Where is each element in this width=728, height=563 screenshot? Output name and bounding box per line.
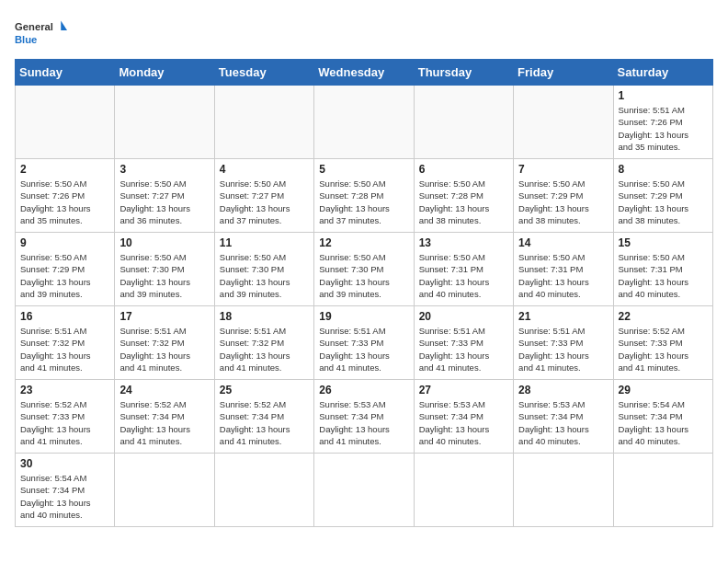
- day-info: Sunrise: 5:50 AM Sunset: 7:30 PM Dayligh…: [220, 251, 309, 300]
- calendar-cell: 8Sunrise: 5:50 AM Sunset: 7:29 PM Daylig…: [613, 159, 712, 233]
- day-number: 27: [419, 384, 508, 396]
- day-info: Sunrise: 5:50 AM Sunset: 7:29 PM Dayligh…: [20, 251, 109, 300]
- calendar-table: SundayMondayTuesdayWednesdayThursdayFrid…: [15, 59, 713, 527]
- day-number: 1: [619, 89, 708, 102]
- calendar-cell: 17Sunrise: 5:51 AM Sunset: 7:32 PM Dayli…: [115, 306, 214, 380]
- calendar-cell: 6Sunrise: 5:50 AM Sunset: 7:28 PM Daylig…: [414, 159, 513, 233]
- day-info: Sunrise: 5:52 AM Sunset: 7:33 PM Dayligh…: [20, 398, 109, 447]
- calendar-cell: 18Sunrise: 5:51 AM Sunset: 7:32 PM Dayli…: [214, 306, 313, 380]
- day-number: 15: [619, 236, 708, 249]
- day-info: Sunrise: 5:50 AM Sunset: 7:28 PM Dayligh…: [419, 178, 508, 226]
- day-number: 8: [619, 163, 708, 176]
- weekday-header-wednesday: Wednesday: [314, 60, 414, 86]
- calendar-cell: 26Sunrise: 5:53 AM Sunset: 7:34 PM Dayli…: [314, 380, 414, 454]
- calendar-cell: [314, 454, 414, 527]
- day-number: 6: [419, 163, 508, 176]
- day-info: Sunrise: 5:51 AM Sunset: 7:33 PM Dayligh…: [518, 325, 608, 373]
- day-info: Sunrise: 5:50 AM Sunset: 7:28 PM Dayligh…: [319, 178, 408, 226]
- day-info: Sunrise: 5:53 AM Sunset: 7:34 PM Dayligh…: [319, 398, 408, 447]
- day-info: Sunrise: 5:50 AM Sunset: 7:30 PM Dayligh…: [319, 251, 408, 300]
- day-info: Sunrise: 5:50 AM Sunset: 7:26 PM Dayligh…: [20, 178, 109, 226]
- day-info: Sunrise: 5:50 AM Sunset: 7:31 PM Dayligh…: [518, 251, 608, 300]
- day-number: 20: [419, 310, 508, 323]
- day-info: Sunrise: 5:50 AM Sunset: 7:31 PM Dayligh…: [619, 251, 708, 300]
- calendar-cell: [214, 454, 313, 527]
- header-area: General Blue: [15, 15, 713, 52]
- calendar-cell: 2Sunrise: 5:50 AM Sunset: 7:26 PM Daylig…: [16, 159, 115, 233]
- day-info: Sunrise: 5:50 AM Sunset: 7:29 PM Dayligh…: [619, 178, 708, 226]
- calendar-cell: 19Sunrise: 5:51 AM Sunset: 7:33 PM Dayli…: [314, 306, 414, 380]
- calendar-cell: [214, 86, 313, 159]
- day-number: 17: [119, 310, 209, 323]
- day-number: 24: [119, 384, 209, 396]
- day-number: 11: [220, 236, 309, 249]
- calendar-cell: 25Sunrise: 5:52 AM Sunset: 7:34 PM Dayli…: [214, 380, 313, 454]
- calendar-cell: 30Sunrise: 5:54 AM Sunset: 7:34 PM Dayli…: [16, 454, 115, 527]
- day-info: Sunrise: 5:51 AM Sunset: 7:33 PM Dayligh…: [419, 325, 508, 373]
- calendar-cell: [314, 86, 414, 159]
- calendar-cell: 20Sunrise: 5:51 AM Sunset: 7:33 PM Dayli…: [414, 306, 513, 380]
- calendar-cell: 21Sunrise: 5:51 AM Sunset: 7:33 PM Dayli…: [514, 306, 613, 380]
- calendar-cell: 13Sunrise: 5:50 AM Sunset: 7:31 PM Dayli…: [414, 233, 513, 306]
- calendar-cell: 23Sunrise: 5:52 AM Sunset: 7:33 PM Dayli…: [16, 380, 115, 454]
- calendar-cell: 22Sunrise: 5:52 AM Sunset: 7:33 PM Dayli…: [613, 306, 712, 380]
- day-number: 4: [220, 163, 309, 176]
- day-info: Sunrise: 5:51 AM Sunset: 7:32 PM Dayligh…: [119, 325, 209, 373]
- day-info: Sunrise: 5:52 AM Sunset: 7:34 PM Dayligh…: [119, 398, 209, 447]
- day-number: 28: [518, 384, 608, 396]
- calendar-cell: 14Sunrise: 5:50 AM Sunset: 7:31 PM Dayli…: [514, 233, 613, 306]
- day-number: 21: [518, 310, 608, 323]
- day-number: 18: [220, 310, 309, 323]
- calendar-cell: 7Sunrise: 5:50 AM Sunset: 7:29 PM Daylig…: [514, 159, 613, 233]
- day-info: Sunrise: 5:50 AM Sunset: 7:31 PM Dayligh…: [419, 251, 508, 300]
- day-info: Sunrise: 5:50 AM Sunset: 7:30 PM Dayligh…: [119, 251, 209, 300]
- day-number: 19: [319, 310, 408, 323]
- day-number: 5: [319, 163, 408, 176]
- day-number: 30: [20, 457, 109, 470]
- day-info: Sunrise: 5:53 AM Sunset: 7:34 PM Dayligh…: [518, 398, 608, 447]
- day-info: Sunrise: 5:51 AM Sunset: 7:33 PM Dayligh…: [319, 325, 408, 373]
- day-number: 16: [20, 310, 109, 323]
- day-info: Sunrise: 5:50 AM Sunset: 7:27 PM Dayligh…: [119, 178, 209, 226]
- calendar-cell: [115, 86, 214, 159]
- day-info: Sunrise: 5:50 AM Sunset: 7:29 PM Dayligh…: [518, 178, 608, 226]
- calendar-cell: 12Sunrise: 5:50 AM Sunset: 7:30 PM Dayli…: [314, 233, 414, 306]
- logo: General Blue: [15, 15, 70, 52]
- calendar-cell: 5Sunrise: 5:50 AM Sunset: 7:28 PM Daylig…: [314, 159, 414, 233]
- day-number: 29: [619, 384, 708, 396]
- calendar-cell: 29Sunrise: 5:54 AM Sunset: 7:34 PM Dayli…: [613, 380, 712, 454]
- day-number: 22: [619, 310, 708, 323]
- calendar-cell: [414, 86, 513, 159]
- calendar-cell: 11Sunrise: 5:50 AM Sunset: 7:30 PM Dayli…: [214, 233, 313, 306]
- day-number: 2: [20, 163, 109, 176]
- day-number: 3: [119, 163, 209, 176]
- day-info: Sunrise: 5:53 AM Sunset: 7:34 PM Dayligh…: [419, 398, 508, 447]
- calendar-cell: 28Sunrise: 5:53 AM Sunset: 7:34 PM Dayli…: [514, 380, 613, 454]
- calendar-cell: 3Sunrise: 5:50 AM Sunset: 7:27 PM Daylig…: [115, 159, 214, 233]
- day-number: 7: [518, 163, 608, 176]
- svg-text:Blue: Blue: [15, 34, 37, 45]
- calendar-cell: 1Sunrise: 5:51 AM Sunset: 7:26 PM Daylig…: [613, 86, 712, 159]
- calendar-cell: [16, 86, 115, 159]
- svg-text:General: General: [15, 21, 53, 32]
- day-number: 14: [518, 236, 608, 249]
- calendar-cell: [414, 454, 513, 527]
- day-info: Sunrise: 5:54 AM Sunset: 7:34 PM Dayligh…: [20, 472, 109, 521]
- day-number: 26: [319, 384, 408, 396]
- day-number: 12: [319, 236, 408, 249]
- weekday-header-thursday: Thursday: [414, 60, 513, 86]
- calendar-cell: [115, 454, 214, 527]
- weekday-header-friday: Friday: [514, 60, 613, 86]
- day-number: 23: [20, 384, 109, 396]
- weekday-header-tuesday: Tuesday: [214, 60, 313, 86]
- calendar-cell: [613, 454, 712, 527]
- weekday-header-monday: Monday: [115, 60, 214, 86]
- calendar-cell: 24Sunrise: 5:52 AM Sunset: 7:34 PM Dayli…: [115, 380, 214, 454]
- day-info: Sunrise: 5:51 AM Sunset: 7:32 PM Dayligh…: [220, 325, 309, 373]
- weekday-header-sunday: Sunday: [16, 60, 115, 86]
- calendar-cell: [514, 454, 613, 527]
- weekday-header-saturday: Saturday: [613, 60, 712, 86]
- day-number: 9: [20, 236, 109, 249]
- calendar-cell: [514, 86, 613, 159]
- day-info: Sunrise: 5:52 AM Sunset: 7:33 PM Dayligh…: [619, 325, 708, 373]
